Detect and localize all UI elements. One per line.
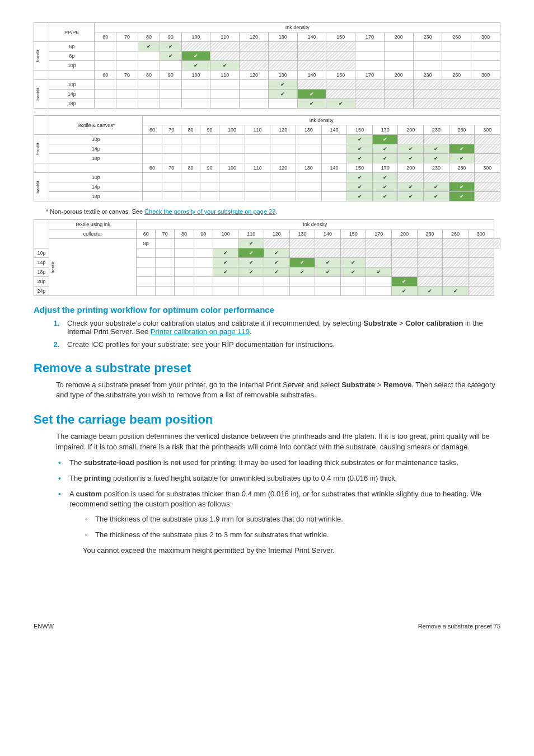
density-cell	[424, 135, 449, 144]
col-header: 80	[181, 125, 200, 135]
density-table: PP/PEInk density607080901001101201301401…	[34, 22, 500, 109]
col-header: 150	[326, 71, 355, 80]
density-cell	[245, 154, 270, 163]
density-cell	[143, 192, 162, 201]
density-cell	[95, 51, 116, 61]
density-cell	[156, 267, 175, 277]
density-cell	[289, 287, 315, 296]
remove-preset-text: To remove a substrate preset from your p…	[56, 380, 500, 400]
density-cell	[417, 267, 443, 277]
col-header: 110	[210, 32, 240, 42]
col-header: 150	[340, 229, 366, 239]
density-cell	[137, 258, 156, 267]
density-cell	[116, 51, 138, 61]
row-label: 8p	[49, 51, 95, 61]
density-cell	[162, 173, 181, 182]
density-cell	[340, 287, 366, 296]
col-header: 230	[424, 125, 449, 135]
step-1: Check your substrate's color calibration…	[62, 319, 500, 336]
density-cell	[143, 154, 162, 163]
density-cell	[138, 61, 160, 71]
b3c: position is used for substrates thicker …	[69, 490, 481, 508]
density-cell	[443, 267, 469, 277]
density-cell	[494, 239, 500, 248]
density-cell	[194, 277, 213, 287]
ink-density-table3: Textile using inkInk densitycollector607…	[34, 219, 500, 296]
col-header: 260	[443, 229, 469, 239]
col-header: 80	[138, 71, 160, 80]
density-cell	[424, 144, 449, 154]
density-cell	[449, 182, 475, 192]
density-cell	[194, 258, 213, 267]
col-header: 200	[398, 163, 424, 173]
col-header: 70	[116, 71, 138, 80]
density-cell	[137, 277, 156, 287]
density-cell	[289, 277, 315, 287]
density-cell	[398, 192, 424, 201]
density-cell	[315, 287, 341, 296]
density-cell	[413, 90, 442, 99]
col-header: 140	[321, 163, 347, 173]
density-cell	[116, 99, 138, 109]
col-header: 60	[143, 163, 162, 173]
density-cell	[321, 135, 347, 144]
density-cell	[442, 90, 471, 99]
density-table: Textile using inkInk densitycollector607…	[34, 219, 500, 296]
density-cell	[471, 42, 500, 51]
row-label: 18p	[34, 267, 49, 277]
density-cell	[160, 51, 181, 61]
col-header: 140	[297, 32, 326, 42]
step1-sep: >	[397, 319, 405, 327]
col-header: 90	[160, 32, 181, 42]
ink-density-tables: PP/PEInk density607080901001101201301401…	[34, 22, 500, 201]
density-cell	[326, 61, 355, 71]
density-cell	[443, 287, 469, 296]
col-header: 260	[449, 163, 475, 173]
col-header: 300	[471, 32, 500, 42]
density-cell	[475, 144, 500, 154]
density-cell	[245, 192, 270, 201]
density-cell	[264, 248, 290, 258]
col-header: 170	[355, 32, 385, 42]
density-cell	[181, 80, 210, 90]
density-cell	[264, 277, 290, 287]
density-cell	[366, 277, 392, 287]
footnote-text: * Non-porous textile or canvas. See	[46, 208, 144, 215]
density-cell	[372, 144, 398, 154]
density-cell	[162, 182, 181, 192]
porosity-link[interactable]: Check the porosity of your substrate on …	[144, 208, 275, 215]
density-cell	[181, 90, 210, 99]
col-header: 70	[156, 229, 175, 239]
density-cell	[424, 173, 449, 182]
density-cell	[372, 154, 398, 163]
density-cell	[355, 99, 385, 109]
sub-wrinkle: The thickness of the substrate plus 2 to…	[83, 530, 500, 540]
position-bullets: The substrate-load position is not used …	[56, 458, 500, 556]
density-cell	[213, 267, 238, 277]
density-cell	[289, 248, 315, 258]
density-cell	[238, 277, 264, 287]
col-header: 130	[268, 71, 297, 80]
density-cell	[297, 99, 326, 109]
density-cell	[270, 173, 296, 182]
row-label: 14p	[49, 144, 143, 154]
group-label: backlit	[34, 80, 49, 109]
density-cell	[200, 192, 219, 201]
density-cell	[162, 135, 181, 144]
bullet-substrate-load: The substrate-load position is not used …	[56, 458, 500, 468]
density-cell	[95, 90, 116, 99]
density-cell	[160, 90, 181, 99]
density-cell	[95, 80, 116, 90]
density-cell	[315, 239, 341, 248]
calibration-link[interactable]: Printer calibration on page 119	[151, 327, 250, 336]
density-cell	[297, 90, 326, 99]
density-cell	[315, 267, 341, 277]
density-cell	[219, 135, 245, 144]
density-cell	[297, 61, 326, 71]
density-cell	[384, 51, 413, 61]
density-cell	[175, 248, 194, 258]
density-cell	[240, 80, 269, 90]
row-label: 10p	[49, 173, 143, 182]
density-cell	[468, 277, 494, 287]
density-cell	[210, 51, 240, 61]
